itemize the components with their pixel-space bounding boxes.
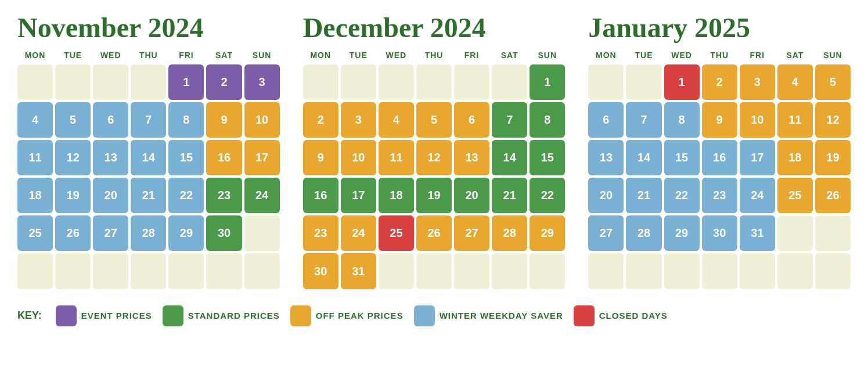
day-cell-nov2024-30[interactable]: 27 (93, 215, 128, 251)
day-cell-dec2024-31[interactable]: 26 (416, 215, 452, 251)
day-cell-nov2024-27[interactable]: 24 (244, 178, 280, 213)
day-cell-dec2024-34[interactable]: 29 (530, 215, 565, 251)
day-cell-jan2025-7[interactable]: 6 (588, 102, 624, 138)
day-cell-dec2024-12[interactable]: 7 (492, 102, 527, 138)
day-cell-nov2024-17[interactable]: 14 (131, 140, 166, 175)
day-cell-nov2024-18[interactable]: 15 (168, 140, 204, 175)
day-cell-jan2025-3[interactable]: 2 (702, 64, 737, 100)
day-cell-jan2025-18[interactable]: 17 (740, 140, 775, 175)
day-cell-nov2024-0 (17, 64, 53, 100)
day-cell-jan2025-31[interactable]: 30 (702, 215, 737, 251)
day-cell-jan2025-6[interactable]: 5 (815, 64, 851, 100)
day-cell-nov2024-24[interactable]: 21 (131, 178, 166, 213)
day-cell-dec2024-19[interactable]: 14 (492, 140, 527, 175)
day-cell-nov2024-22[interactable]: 19 (55, 178, 91, 213)
day-cell-jan2025-30[interactable]: 29 (664, 215, 700, 251)
day-cell-jan2025-26[interactable]: 25 (777, 178, 813, 213)
day-cell-jan2025-19[interactable]: 18 (777, 140, 813, 175)
day-cell-nov2024-32[interactable]: 29 (168, 215, 204, 251)
day-cell-jan2025-32[interactable]: 31 (740, 215, 775, 251)
day-cell-jan2025-14[interactable]: 13 (588, 140, 624, 175)
day-cell-jan2025-2[interactable]: 1 (664, 64, 700, 100)
day-cell-nov2024-21[interactable]: 18 (17, 178, 53, 213)
day-cell-nov2024-12[interactable]: 9 (206, 102, 242, 138)
day-cell-nov2024-23[interactable]: 20 (93, 178, 128, 213)
day-cell-dec2024-20[interactable]: 15 (530, 140, 565, 175)
day-cell-nov2024-26[interactable]: 23 (206, 178, 242, 213)
day-cell-nov2024-29[interactable]: 26 (55, 215, 91, 251)
day-cell-nov2024-31[interactable]: 28 (131, 215, 166, 251)
day-cell-jan2025-22[interactable]: 21 (626, 178, 661, 213)
day-cell-jan2025-28[interactable]: 27 (588, 215, 624, 251)
day-cell-nov2024-16[interactable]: 13 (93, 140, 128, 175)
day-cell-jan2025-4[interactable]: 3 (740, 64, 775, 100)
key-swatch-standard (163, 305, 183, 326)
day-cell-dec2024-21[interactable]: 16 (303, 178, 338, 213)
key-item-closed: CLOSED DAYS (574, 305, 668, 326)
day-cell-jan2025-15[interactable]: 14 (626, 140, 661, 175)
day-cell-dec2024-13[interactable]: 8 (530, 102, 565, 138)
day-cell-dec2024-16[interactable]: 11 (379, 140, 414, 175)
day-cell-dec2024-24[interactable]: 19 (416, 178, 452, 213)
day-cell-jan2025-9[interactable]: 8 (664, 102, 700, 138)
day-cell-jan2025-27[interactable]: 26 (815, 178, 851, 213)
day-cell-nov2024-33[interactable]: 30 (206, 215, 242, 251)
day-cell-jan2025-11[interactable]: 10 (740, 102, 775, 138)
day-cell-dec2024-29[interactable]: 24 (341, 215, 376, 251)
day-cell-nov2024-5[interactable]: 2 (206, 64, 242, 100)
day-cell-jan2025-23[interactable]: 22 (664, 178, 700, 213)
day-cell-dec2024-8[interactable]: 3 (341, 102, 376, 138)
day-cell-nov2024-15[interactable]: 12 (55, 140, 91, 175)
day-cell-nov2024-19[interactable]: 16 (206, 140, 242, 175)
day-cell-jan2025-29[interactable]: 28 (626, 215, 661, 251)
day-cell-nov2024-11[interactable]: 8 (168, 102, 204, 138)
day-cell-jan2025-5[interactable]: 4 (777, 64, 813, 100)
day-cell-jan2025-8[interactable]: 7 (626, 102, 661, 138)
day-cell-dec2024-4 (454, 64, 489, 100)
day-cell-dec2024-18[interactable]: 13 (454, 140, 489, 175)
day-cell-jan2025-21[interactable]: 20 (588, 178, 624, 213)
day-cell-dec2024-26[interactable]: 21 (492, 178, 527, 213)
day-cell-dec2024-9[interactable]: 4 (379, 102, 414, 138)
day-cell-dec2024-15[interactable]: 10 (341, 140, 376, 175)
day-cell-dec2024-28[interactable]: 23 (303, 215, 338, 251)
day-header-sun: SUN (244, 48, 280, 62)
day-cell-dec2024-17[interactable]: 12 (416, 140, 452, 175)
day-cell-dec2024-22[interactable]: 17 (341, 178, 376, 213)
day-cell-dec2024-35[interactable]: 30 (303, 253, 338, 289)
day-cell-jan2025-12[interactable]: 11 (777, 102, 813, 138)
day-cell-dec2024-5 (492, 64, 527, 100)
day-cell-dec2024-11[interactable]: 6 (454, 102, 489, 138)
day-header-mon: MON (17, 48, 53, 62)
day-cell-jan2025-25[interactable]: 24 (740, 178, 775, 213)
day-cell-jan2025-24[interactable]: 23 (702, 178, 737, 213)
day-cell-jan2025-17[interactable]: 16 (702, 140, 737, 175)
day-cell-nov2024-28[interactable]: 25 (17, 215, 53, 251)
day-cell-dec2024-6[interactable]: 1 (530, 64, 565, 100)
day-cell-dec2024-7[interactable]: 2 (303, 102, 338, 138)
day-cell-jan2025-20[interactable]: 19 (815, 140, 851, 175)
day-cell-nov2024-4[interactable]: 1 (168, 64, 204, 100)
day-cell-dec2024-25[interactable]: 20 (454, 178, 489, 213)
day-cell-jan2025-16[interactable]: 15 (664, 140, 700, 175)
day-cell-nov2024-14[interactable]: 11 (17, 140, 53, 175)
day-cell-jan2025-13[interactable]: 12 (815, 102, 851, 138)
day-cell-nov2024-8[interactable]: 5 (55, 102, 91, 138)
key-item-standard: STANDARD PRICES (163, 305, 280, 326)
day-cell-nov2024-6[interactable]: 3 (244, 64, 280, 100)
day-cell-nov2024-25[interactable]: 22 (168, 178, 204, 213)
day-cell-dec2024-27[interactable]: 22 (530, 178, 565, 213)
day-cell-dec2024-14[interactable]: 9 (303, 140, 338, 175)
day-cell-dec2024-32[interactable]: 27 (454, 215, 489, 251)
day-cell-dec2024-23[interactable]: 18 (379, 178, 414, 213)
day-cell-jan2025-10[interactable]: 9 (702, 102, 737, 138)
day-cell-nov2024-10[interactable]: 7 (131, 102, 166, 138)
day-cell-dec2024-30[interactable]: 25 (379, 215, 414, 251)
day-cell-nov2024-7[interactable]: 4 (17, 102, 53, 138)
day-cell-dec2024-33[interactable]: 28 (492, 215, 527, 251)
day-cell-dec2024-36[interactable]: 31 (341, 253, 376, 289)
day-cell-nov2024-13[interactable]: 10 (244, 102, 280, 138)
day-cell-dec2024-10[interactable]: 5 (416, 102, 452, 138)
day-cell-nov2024-20[interactable]: 17 (244, 140, 280, 175)
day-cell-nov2024-9[interactable]: 6 (93, 102, 128, 138)
